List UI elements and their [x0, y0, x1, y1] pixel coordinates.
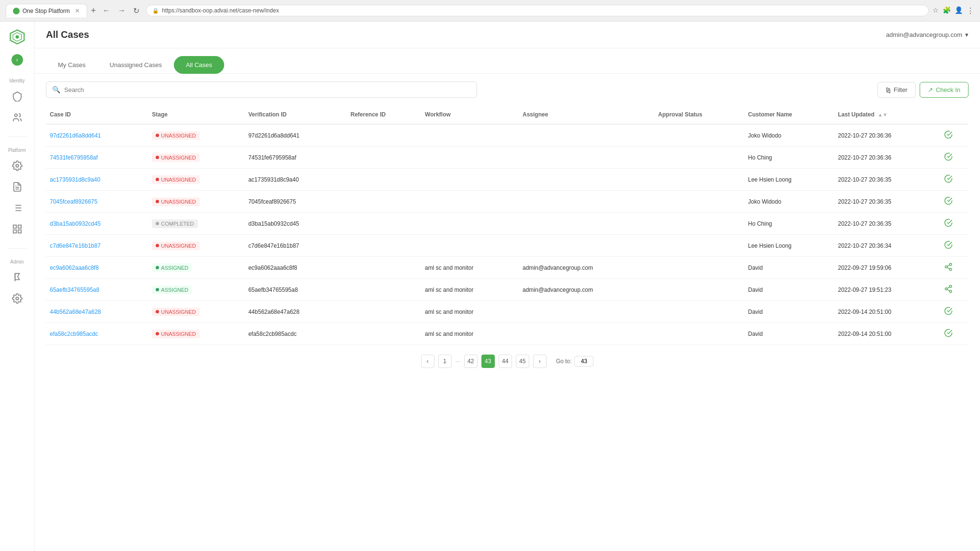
cell-approval-status [654, 323, 744, 345]
prev-page-button[interactable]: ‹ [421, 355, 434, 368]
table-row[interactable]: c7d6e847e16b1b87 UNASSIGNED c7d6e847e16b… [46, 235, 969, 257]
svg-rect-11 [13, 225, 16, 228]
cell-reference-id [347, 191, 421, 213]
page-44-button[interactable]: 44 [499, 355, 512, 368]
cell-action-icon[interactable] [940, 257, 969, 279]
badge-dot [156, 134, 159, 137]
main-content: All Cases admin@advancegroup.com ▾ My Ca… [34, 22, 980, 551]
browser-tab[interactable]: One Stop Platform ✕ [6, 4, 87, 17]
sidebar-toggle-button[interactable]: › [11, 54, 23, 66]
cell-workflow [421, 169, 519, 191]
cell-assignee: admin@advancegroup.com [519, 257, 654, 279]
page-42-button[interactable]: 42 [464, 355, 478, 368]
col-reference-id: Reference ID [347, 105, 421, 124]
svg-point-2 [16, 164, 19, 167]
goto-input[interactable] [574, 356, 593, 367]
new-tab-button[interactable]: + [91, 6, 96, 16]
cell-case-id: ec9a6062aaa6c8f8 [46, 257, 148, 279]
sidebar-item-grid[interactable] [8, 219, 27, 239]
cell-verification-id: 65aefb34765595a8 [244, 279, 346, 301]
tab-close-icon[interactable]: ✕ [75, 7, 80, 14]
cell-action-icon[interactable] [940, 191, 969, 213]
page-1-button[interactable]: 1 [438, 355, 452, 368]
page-45-button[interactable]: 45 [516, 355, 529, 368]
table-row[interactable]: d3ba15ab0932cd45 COMPLETED d3ba15ab0932c… [46, 213, 969, 235]
cell-action-icon[interactable] [940, 323, 969, 345]
cell-last-updated: 2022-10-27 20:36:36 [834, 124, 940, 147]
table-row[interactable]: 44b562a68e47a628 UNASSIGNED 44b562a68e47… [46, 301, 969, 323]
badge-dot [156, 200, 159, 203]
table-row[interactable]: efa58c2cb985acdc UNASSIGNED efa58c2cb985… [46, 323, 969, 345]
reload-button[interactable]: ↻ [130, 5, 142, 16]
cell-action-icon[interactable] [940, 213, 969, 235]
user-menu[interactable]: admin@advancegroup.com ▾ [886, 31, 969, 38]
tab-all-cases[interactable]: All Cases [174, 56, 224, 74]
cell-verification-id: efa58c2cb985acdc [244, 323, 346, 345]
sidebar-item-shield[interactable] [8, 87, 27, 106]
cell-action-icon[interactable] [940, 301, 969, 323]
sidebar-item-admin-settings[interactable] [8, 289, 27, 308]
cell-assignee [519, 169, 654, 191]
profile-icon[interactable]: 👤 [955, 6, 963, 15]
user-chevron-icon: ▾ [965, 31, 969, 38]
bookmark-icon[interactable]: ☆ [933, 6, 939, 15]
url-text: https://sandbox-oop.advai.net/case-new/i… [162, 7, 279, 14]
filter-button[interactable]: ⧎ Filter [877, 82, 916, 98]
cell-workflow [421, 124, 519, 147]
col-assignee: Assignee [519, 105, 654, 124]
col-workflow: Workflow [421, 105, 519, 124]
sidebar-item-flag[interactable] [8, 268, 27, 287]
sidebar-item-document[interactable] [8, 177, 27, 196]
back-button[interactable]: ← [100, 5, 113, 16]
col-last-updated[interactable]: Last Updated ▲▼ [834, 105, 940, 124]
svg-point-0 [15, 35, 19, 38]
cell-assignee [519, 191, 654, 213]
table-row[interactable]: 74531fe6795958af UNASSIGNED 74531fe67959… [46, 147, 969, 169]
cell-action-icon[interactable] [940, 147, 969, 169]
table-row[interactable]: ec9a6062aaa6c8f8 ASSIGNED ec9a6062aaa6c8… [46, 257, 969, 279]
platform-section-label: Platform [6, 147, 28, 154]
menu-icon[interactable]: ⋮ [967, 6, 974, 15]
table-row[interactable]: ac1735931d8c9a40 UNASSIGNED ac1735931d8c… [46, 169, 969, 191]
cell-action-icon[interactable] [940, 124, 969, 147]
cell-assignee [519, 235, 654, 257]
sidebar-item-list[interactable] [8, 198, 27, 218]
tab-my-cases[interactable]: My Cases [46, 56, 98, 74]
table-row[interactable]: 65aefb34765595a8 ASSIGNED 65aefb34765595… [46, 279, 969, 301]
forward-button[interactable]: → [115, 5, 128, 16]
next-page-button[interactable]: › [533, 355, 547, 368]
extension-icon[interactable]: 🧩 [943, 6, 951, 15]
cell-customer-name: Ho Ching [744, 147, 834, 169]
cell-verification-id: c7d6e847e16b1b87 [244, 235, 346, 257]
cell-customer-name: Joko Widodo [744, 191, 834, 213]
cell-customer-name: David [744, 323, 834, 345]
page-43-button[interactable]: 43 [481, 355, 495, 368]
cell-stage: UNASSIGNED [148, 169, 244, 191]
toolbar: 🔍 ⧎ Filter ↗ Check In [34, 74, 980, 105]
cell-last-updated: 2022-10-27 20:36:34 [834, 235, 940, 257]
checkin-label: Check In [936, 86, 960, 93]
sidebar-item-settings[interactable] [8, 156, 27, 175]
tab-unassigned-cases[interactable]: Unassigned Cases [98, 56, 174, 74]
search-input[interactable] [64, 86, 471, 93]
cell-stage: UNASSIGNED [148, 323, 244, 345]
cell-assignee [519, 301, 654, 323]
filter-icon: ⧎ [886, 86, 891, 93]
table-row[interactable]: 7045fceaf8926675 UNASSIGNED 7045fceaf892… [46, 191, 969, 213]
sidebar-item-users[interactable] [8, 108, 27, 127]
cell-workflow [421, 213, 519, 235]
cell-customer-name: Ho Ching [744, 213, 834, 235]
cell-reference-id [347, 257, 421, 279]
cell-approval-status [654, 169, 744, 191]
svg-point-22 [949, 286, 952, 288]
cell-action-icon[interactable] [940, 235, 969, 257]
checkin-button[interactable]: ↗ Check In [920, 82, 969, 98]
url-bar[interactable]: 🔒 https://sandbox-oop.advai.net/case-new… [146, 5, 929, 16]
cell-action-icon[interactable] [940, 279, 969, 301]
badge-dot [156, 332, 159, 335]
cell-approval-status [654, 147, 744, 169]
table-row[interactable]: 97d2261d6a8dd641 UNASSIGNED 97d2261d6a8d… [46, 124, 969, 147]
cell-action-icon[interactable] [940, 169, 969, 191]
sort-icon: ▲▼ [878, 112, 888, 117]
svg-rect-13 [18, 230, 21, 233]
